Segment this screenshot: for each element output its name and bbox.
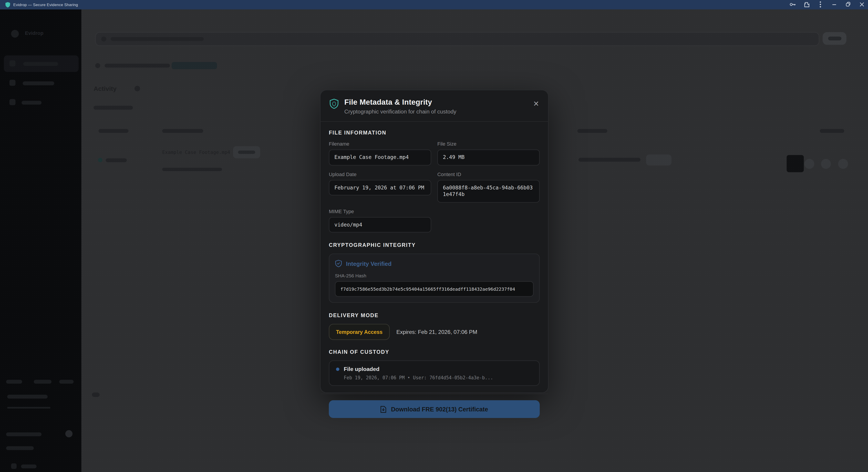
- sidebar: Evidrop: [0, 9, 81, 472]
- app-root: Evidrop — Secure Evidence Sharing: [0, 0, 868, 472]
- window-title: Evidrop — Secure Evidence Sharing: [13, 3, 78, 6]
- sidebar-logo-icon: [11, 30, 19, 37]
- storage-value-dim: [34, 380, 51, 383]
- input-placeholder-dim: [111, 37, 204, 41]
- qr-code-thumbnail[interactable]: [786, 155, 804, 172]
- row-subtext-dim: [162, 167, 222, 171]
- sidebar-item3-icon[interactable]: [9, 99, 16, 105]
- sidebar-item3-label: [22, 100, 41, 104]
- file-metadata-modal: File Metadata & Integrity Cryptographic …: [320, 90, 549, 393]
- sidebar-item2-label: [23, 81, 54, 85]
- storage-label-dim: [6, 380, 22, 383]
- search-icon: [101, 36, 106, 41]
- activity-heading: Activity: [94, 85, 117, 92]
- content-id-label: Content ID: [437, 171, 540, 177]
- expires-text: Expires: Feb 21, 2026, 07:06 PM: [396, 329, 477, 335]
- row-status-label-dim: [106, 158, 127, 162]
- access-button-label-dim: [828, 36, 842, 40]
- download-file-icon: [380, 406, 386, 413]
- close-window-button[interactable]: [858, 1, 866, 8]
- password-key-icon[interactable]: [789, 1, 797, 8]
- mime-type-value: video/mp4: [329, 217, 431, 232]
- filename-value: Example Case Footage.mp4: [329, 150, 431, 165]
- modal-title: File Metadata & Integrity: [344, 98, 456, 106]
- col-header1-dim: [98, 129, 128, 132]
- sidebar-meta-text-dim: [6, 446, 34, 450]
- row-copy-icon[interactable]: [804, 159, 814, 169]
- sidebar-brand: Evidrop: [25, 30, 43, 35]
- activity-badge-dim: [134, 86, 140, 91]
- col-header3-dim: [577, 129, 607, 132]
- restore-button[interactable]: [844, 1, 852, 8]
- subheading-dim: [94, 105, 133, 109]
- custody-event-card: File uploaded Feb 19, 2026, 07:06 PM • U…: [329, 360, 540, 386]
- info-text-dim: [105, 63, 170, 67]
- temporary-access-badge: Temporary Access: [329, 324, 390, 340]
- custody-event-meta: Feb 19, 2026, 07:06 PM • User: 76fd4d54-…: [344, 375, 532, 380]
- sidebar-item1-icon: [9, 60, 16, 66]
- share-code-input[interactable]: [95, 32, 819, 46]
- settings-label-dim: [21, 464, 37, 468]
- download-certificate-button[interactable]: Download FRE 902(13) Certificate: [329, 400, 540, 418]
- secure-protocol-label-dim: [6, 432, 41, 436]
- info-icon: [95, 63, 100, 68]
- file-information-heading: FILE INFORMATION: [329, 129, 540, 136]
- storage-value2-dim: [59, 380, 74, 383]
- details-button-label-dim: [238, 150, 255, 154]
- footer-hint-dim: [92, 392, 100, 397]
- details-button[interactable]: [233, 146, 260, 158]
- upload-date-label: Upload Date: [329, 171, 431, 177]
- sha256-label: SHA-256 Hash: [335, 273, 534, 279]
- row-expiry-dim: [579, 158, 640, 161]
- integrity-card: Integrity Verified SHA-256 Hash f7d19c75…: [329, 254, 540, 303]
- modal-close-button[interactable]: ✕: [533, 100, 539, 107]
- delivery-mode-heading: DELIVERY MODE: [329, 312, 540, 318]
- modal-header: File Metadata & Integrity Cryptographic …: [320, 90, 548, 122]
- custody-event-title: File uploaded: [344, 366, 379, 372]
- modal-subtitle: Cryptographic verification for chain of …: [344, 108, 456, 115]
- settings-gear-icon[interactable]: [11, 463, 17, 469]
- row-action-pill[interactable]: [646, 154, 672, 165]
- sha256-value[interactable]: f7d19c7586e55ed3b2b74e5c95404a15665ff316…: [335, 281, 534, 297]
- protocol-toggle[interactable]: [65, 430, 72, 437]
- sidebar-item1-label: [23, 62, 58, 66]
- file-size-label: File Size: [437, 141, 540, 147]
- app-shield-icon: [5, 2, 10, 8]
- row-filename: Example Case Footage.mp4: [162, 149, 230, 155]
- row-status-dot: [98, 158, 102, 162]
- content-id-value: 6a0088f8-a8eb-45ca-94ab-66b031e47f4b: [437, 180, 540, 202]
- storage-progress-bar: [7, 407, 51, 408]
- col-header2-dim: [162, 129, 203, 132]
- mime-type-label: MIME Type: [329, 209, 431, 214]
- crypto-integrity-heading: CRYPTOGRAPHIC INTEGRITY: [329, 242, 540, 248]
- download-certificate-label: Download FRE 902(13) Certificate: [391, 406, 488, 413]
- upload-date-value: February 19, 2026 at 07:06 PM: [329, 180, 431, 195]
- col-header4-dim: [820, 129, 844, 132]
- row-download-icon[interactable]: [838, 159, 848, 169]
- window-titlebar: Evidrop — Secure Evidence Sharing: [0, 0, 868, 9]
- extensions-puzzle-icon[interactable]: [803, 1, 810, 8]
- info-link-dim[interactable]: [172, 62, 217, 69]
- menu-kebab-icon[interactable]: [816, 1, 824, 8]
- sidebar-item2-icon[interactable]: [9, 80, 16, 86]
- file-size-value: 2.49 MB: [437, 150, 540, 165]
- row-share-icon[interactable]: [821, 159, 831, 169]
- signed-in-text-dim: [7, 395, 48, 398]
- chain-of-custody-heading: CHAIN OF CUSTODY: [329, 349, 540, 355]
- access-button[interactable]: [823, 32, 846, 44]
- custody-event-dot: [336, 367, 340, 371]
- modal-shield-icon: [329, 99, 339, 109]
- filename-label: Filename: [329, 141, 431, 147]
- integrity-status: Integrity Verified: [346, 260, 392, 267]
- minimize-button[interactable]: [830, 1, 838, 8]
- shield-check-icon: [335, 260, 342, 268]
